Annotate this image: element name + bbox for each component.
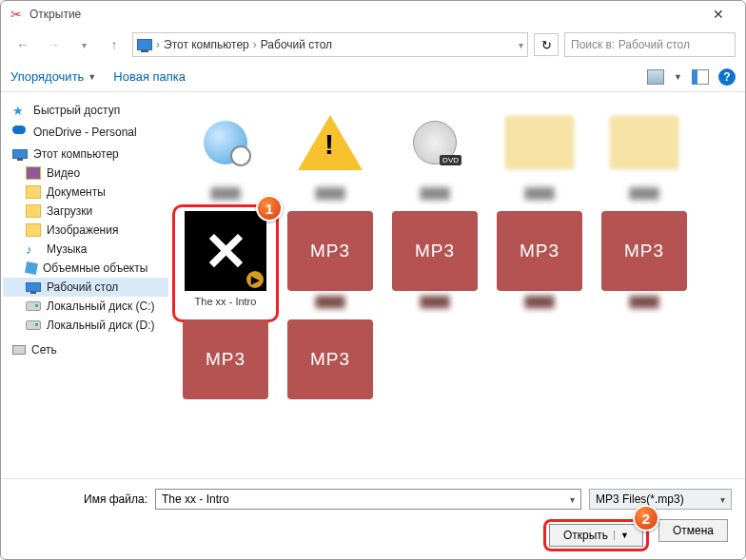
address-row: ← → ▾ ↑ › Этот компьютер › Рабочий стол … [1,28,745,62]
player-badge-icon: ▶ [246,271,264,288]
file-item[interactable]: MP3 [180,319,271,400]
tree-downloads[interactable]: Загрузки [3,202,168,221]
tree-images[interactable]: Изображения [3,221,168,240]
folder-icon [26,185,41,199]
crumb-root[interactable]: Этот компьютер [164,38,249,51]
tree-video[interactable]: Видео [3,164,168,183]
tree-desktop[interactable]: Рабочий стол [3,278,168,297]
folder-icon [26,166,41,180]
internet-shortcut-icon [204,121,247,164]
address-bar[interactable]: › Этот компьютер › Рабочий стол ▾ [132,32,528,57]
desktop-icon [26,282,41,292]
bottom-panel: Имя файла: The xx - Intro▾ MP3 Files(*.m… [1,478,745,560]
file-item[interactable]: MP3████ [389,210,481,307]
file-item[interactable]: MP3 [285,319,376,400]
file-item[interactable]: MP3████ [285,210,376,307]
file-item-selected[interactable]: ✕▶ The xx - Intro 1 [180,210,271,307]
refresh-button[interactable]: ↻ [534,33,559,56]
callout-2: 2 [633,505,659,531]
tree-disk-c[interactable]: Локальный диск (C:) [3,297,168,316]
view-icon[interactable] [647,69,664,85]
callout-1: 1 [256,195,283,222]
file-item[interactable]: ████ [599,102,690,199]
star-icon: ★ [12,104,28,117]
folder-icon [505,116,574,169]
network-icon [12,345,26,355]
nav-tree: ★Быстрый доступ OneDrive - Personal Этот… [1,92,170,478]
filename-input[interactable]: The xx - Intro▾ [155,489,581,510]
pc-icon [12,149,28,159]
dvd-icon [413,121,457,164]
folder-icon [26,204,41,218]
folder-icon [610,116,678,169]
album-art-icon: ✕▶ [185,211,266,291]
onedrive-icon [12,126,28,139]
tree-music[interactable]: ♪Музыка [3,240,168,259]
toolbar: Упорядочить▼ Новая папка ▼ ? [1,62,745,92]
tree-onedrive[interactable]: OneDrive - Personal [3,123,168,142]
file-view: ████ ████ ████ ████ ████ ✕▶ The xx - Int… [170,92,745,478]
drive-icon [26,320,41,330]
file-item[interactable]: ████ [494,102,585,199]
file-item[interactable]: MP3████ [494,210,585,307]
nav-up-button[interactable]: ↑ [102,32,127,57]
mp3-icon: MP3 [601,211,687,291]
mp3-icon: MP3 [183,319,268,399]
titlebar: ✂ Открытие ✕ [1,1,745,28]
file-type-filter[interactable]: MP3 Files(*.mp3)▾ [589,489,732,510]
drive-icon [26,301,41,311]
file-item[interactable]: ████ [180,102,271,199]
filename-label: Имя файла: [14,492,147,506]
app-icon: ✂ [9,7,24,22]
warning-icon [298,115,363,170]
tree-documents[interactable]: Документы [3,183,168,202]
nav-history-dropdown[interactable]: ▾ [71,32,96,57]
nav-back-button[interactable]: ← [10,32,35,57]
preview-pane-icon[interactable] [692,69,709,85]
folder-icon [26,223,41,237]
open-button-highlight: Открыть▼ 2 [543,519,649,551]
mp3-icon: MP3 [287,319,373,399]
tree-network[interactable]: Сеть [3,340,168,359]
mp3-icon: MP3 [497,211,582,291]
window-title: Открытие [29,8,81,21]
mp3-icon: MP3 [287,211,373,291]
open-button[interactable]: Открыть▼ [549,524,643,547]
pc-icon [137,39,152,50]
nav-forward-button[interactable]: → [41,32,66,57]
file-item[interactable]: ████ [285,102,376,199]
mp3-icon: MP3 [392,211,478,291]
search-input[interactable]: Поиск в: Рабочий стол [564,32,736,57]
file-item[interactable]: ████ [389,102,481,199]
help-icon[interactable]: ? [718,68,736,86]
tree-disk-d[interactable]: Локальный диск (D:) [3,316,168,335]
cancel-button[interactable]: Отмена [658,519,728,542]
crumb-folder[interactable]: Рабочий стол [261,38,332,51]
tree-quick-access[interactable]: ★Быстрый доступ [3,101,168,120]
new-folder-button[interactable]: Новая папка [113,69,186,84]
tree-3d-objects[interactable]: Объемные объекты [3,259,168,278]
cube-icon [25,261,38,275]
file-label: The xx - Intro [195,296,257,307]
close-button[interactable]: ✕ [699,7,737,22]
tree-this-pc[interactable]: Этот компьютер [3,145,168,164]
music-icon: ♪ [26,242,41,256]
file-item[interactable]: MP3████ [599,210,690,307]
organize-menu[interactable]: Упорядочить▼ [10,69,96,84]
